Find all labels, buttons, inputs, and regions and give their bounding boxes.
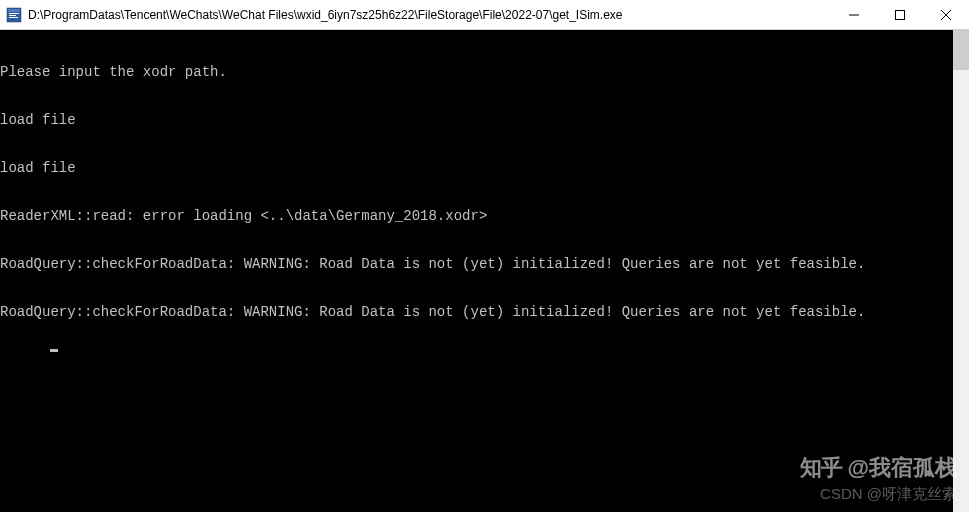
svg-rect-2: [9, 13, 19, 14]
app-icon: [6, 7, 22, 23]
window-controls: [831, 0, 969, 29]
scroll-thumb[interactable]: [953, 30, 969, 70]
minimize-button[interactable]: [831, 0, 877, 29]
console-window: D:\ProgramDatas\Tencent\WeChats\WeChat F…: [0, 0, 969, 512]
console-output[interactable]: Please input the xodr path. load file lo…: [0, 30, 953, 512]
svg-rect-1: [8, 9, 20, 12]
console-area: Please input the xodr path. load file lo…: [0, 30, 969, 512]
text-cursor: [50, 349, 58, 352]
console-line: RoadQuery::checkForRoadData: WARNING: Ro…: [0, 256, 953, 272]
vertical-scrollbar[interactable]: [953, 30, 969, 512]
close-button[interactable]: [923, 0, 969, 29]
svg-rect-4: [9, 17, 18, 18]
maximize-button[interactable]: [877, 0, 923, 29]
svg-rect-3: [9, 15, 16, 16]
window-title: D:\ProgramDatas\Tencent\WeChats\WeChat F…: [28, 8, 831, 22]
console-line: ReaderXML::read: error loading <..\data\…: [0, 208, 953, 224]
console-line: load file: [0, 112, 953, 128]
titlebar[interactable]: D:\ProgramDatas\Tencent\WeChats\WeChat F…: [0, 0, 969, 30]
console-line: RoadQuery::checkForRoadData: WARNING: Ro…: [0, 304, 953, 320]
svg-rect-6: [896, 10, 905, 19]
console-line: load file: [0, 160, 953, 176]
console-line: Please input the xodr path.: [0, 64, 953, 80]
